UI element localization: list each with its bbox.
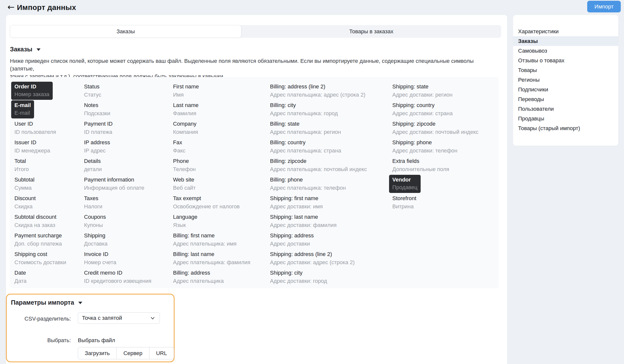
field-name-en: Payment surcharge [14, 232, 84, 239]
field-name-ru: Адрес доставки [270, 241, 392, 247]
field-name-en: Shipping: address [270, 232, 392, 239]
field-name-ru: Адрес доставки: телефон [392, 147, 492, 154]
field-name-ru: Телефон [173, 166, 270, 173]
field-name-ru: Адрес доставки: страна [392, 110, 492, 117]
field-column: First nameИмяLast nameФамилияCompanyКомп… [173, 83, 270, 288]
field-name-en: Billing: address (line 2) [270, 83, 392, 90]
field-box: Shipping: last nameАдрес доставки: фамил… [270, 214, 392, 228]
field-item: User IDID пользователя [14, 121, 84, 139]
back-arrow-icon[interactable]: ← [5, 1, 16, 12]
field-name-en: Shipping: phone [392, 139, 492, 146]
chevron-down-icon [37, 48, 41, 51]
field-name-ru: Адрес плательщика: страна [270, 147, 392, 154]
field-name-en: Tax exempt [173, 195, 270, 202]
field-name-en: Shipping: country [392, 102, 492, 109]
field-name-ru: Доп. сбор платежа [14, 241, 84, 247]
field-column: Billing: address (line 2)Адрес плательщи… [270, 83, 392, 288]
server-button[interactable]: Сервер [117, 347, 149, 359]
field-item: Payment IDID платежа [84, 121, 173, 139]
csv-delimiter-label: CSV-разделитель: [7, 316, 71, 322]
field-name-en: Credit memo ID [84, 270, 173, 276]
field-item: Payment informationИнформация об оплате [84, 177, 173, 195]
field-box: Issuer IDID менеджера [14, 139, 84, 154]
field-name-en: Taxes [84, 195, 173, 202]
field-box: Last nameФамилия [173, 102, 270, 117]
csv-delimiter-select[interactable]: Точка с запятой [78, 312, 160, 324]
sidebar-item[interactable]: Характеристики [513, 27, 618, 36]
sidebar-item[interactable]: Самовывоз [513, 46, 618, 56]
field-box: DateДата [14, 270, 84, 284]
field-box: NotesПодсказки [84, 102, 173, 117]
field-item: Shipping: last nameАдрес доставки: фамил… [270, 214, 392, 232]
field-name-ru: Скидка на заказ [14, 222, 84, 228]
import-button[interactable]: Импорт [587, 1, 621, 12]
field-box: Web siteВеб сайт [173, 177, 270, 191]
import-params-header[interactable]: Параметры импорта [11, 299, 82, 306]
field-box: Shipping: address (line 2)Адрес доставки… [270, 251, 392, 266]
sidebar-item[interactable]: Заказы [513, 36, 618, 46]
field-name-en: Storefront [392, 195, 492, 202]
tab-order-items[interactable]: Товары в заказах [241, 25, 501, 38]
sidebar-item[interactable]: Товары [513, 65, 618, 75]
choose-file-label: Выбрать: [7, 337, 71, 344]
field-name-ru: Адрес плательщика: имя [173, 241, 270, 247]
sidebar-item[interactable]: Товары (старый импорт) [513, 123, 618, 133]
upload-local-button[interactable]: Загрузить [78, 347, 117, 359]
field-item: Issuer IDID менеджера [14, 139, 84, 158]
field-name-en: Subtotal [14, 177, 84, 183]
sidebar-item[interactable]: Подписчики [513, 85, 618, 94]
tab-orders[interactable]: Заказы [10, 25, 241, 38]
field-name-en: Invoice ID [84, 251, 173, 257]
field-box: Billing: stateАдрес плательщика: регион [270, 121, 392, 135]
field-name-ru: ID платежа [84, 129, 173, 135]
sidebar-item[interactable]: Продавцы [513, 114, 618, 123]
url-button[interactable]: URL [149, 347, 174, 359]
field-name-ru: детали [84, 166, 173, 173]
field-name-ru: Информация об оплате [84, 185, 173, 191]
field-box: CouponsКупоны [84, 214, 173, 228]
field-item: Shipping: cityАдрес доставки: город [270, 270, 392, 288]
field-box: Billing: zipcodeАдрес плательщика: почто… [270, 158, 392, 173]
field-name-en: Order ID [14, 83, 49, 90]
field-item: Shipping: countryАдрес доставки: страна [392, 102, 492, 121]
field-name-ru: Адрес плательщика: почтовый индекс [270, 166, 392, 173]
field-name-en: Company [173, 121, 270, 127]
orders-section-header[interactable]: Заказы [10, 46, 41, 53]
import-params-section: Параметры импорта CSV-разделитель: Точка… [6, 294, 175, 362]
field-name-ru: Итого [14, 166, 84, 173]
field-name-en: Payment ID [84, 121, 173, 127]
field-item: Shipping: addressАдрес доставки [270, 232, 392, 251]
field-box: Shipping: phoneАдрес доставки: телефон [392, 139, 492, 154]
field-box: Billing: first nameАдрес плательщика: им… [173, 232, 270, 247]
field-name-ru: Адрес доставки: регион [392, 92, 492, 98]
field-item: Billing: phoneАдрес плательщика: телефон [270, 177, 392, 195]
field-name-ru: Налоги [84, 203, 173, 210]
field-name-ru: Компания [173, 129, 270, 135]
field-name-ru: ID менеджера [14, 147, 84, 154]
field-box: Shipping costСтоимость доставки [14, 251, 84, 266]
field-name-en: Billing: country [270, 139, 392, 146]
field-box: Shipping: zipcodeАдрес доставки: почтовы… [392, 121, 492, 135]
field-name-ru: Имя [173, 92, 270, 98]
field-name-ru: Номер счета [84, 259, 173, 266]
field-name-en: Shipping: zipcode [392, 121, 492, 127]
field-name-ru: Сумма [14, 185, 84, 191]
page-header: ← Импорт данных Импорт [0, 0, 624, 15]
field-box: ShippingДоставка [84, 232, 173, 247]
field-box: IP addressIP адрес [84, 139, 173, 154]
chevron-down-icon [150, 315, 156, 321]
field-box: Payment informationИнформация об оплате [84, 177, 173, 191]
sidebar-item[interactable]: Переводы [513, 94, 618, 104]
field-item: Web siteВеб сайт [173, 177, 270, 195]
field-name-en: Extra fields [392, 158, 492, 164]
field-name-en: Fax [173, 139, 270, 146]
field-name-en: Billing: city [270, 102, 392, 109]
field-name-en: Billing: zipcode [270, 158, 392, 164]
required-field-box: Order IDНомер заказа [11, 82, 53, 100]
field-name-en: Notes [84, 102, 173, 109]
field-name-en: First name [173, 83, 270, 90]
sidebar-item[interactable]: Регионы [513, 75, 618, 85]
sidebar-item[interactable]: Отзывы о товарах [513, 56, 618, 65]
sidebar-item[interactable]: Пользователи [513, 104, 618, 114]
field-item: CouponsКупоны [84, 214, 173, 232]
